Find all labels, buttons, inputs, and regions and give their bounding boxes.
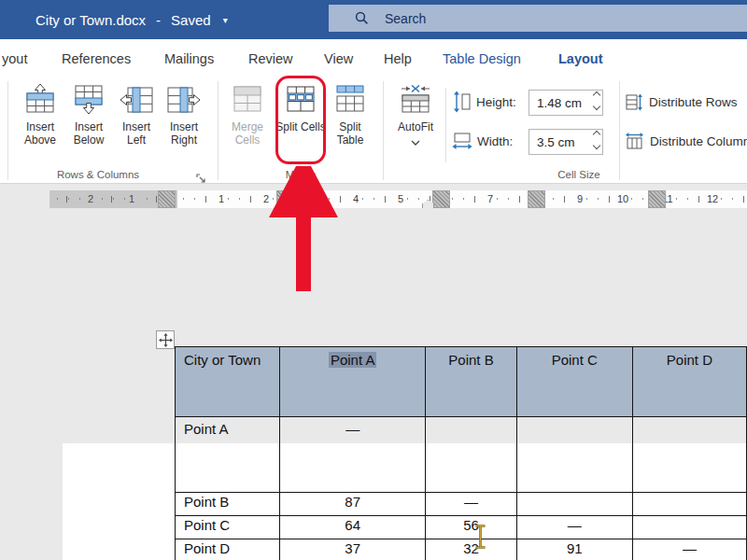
table-cell[interactable]: City or Town <box>176 347 280 417</box>
table-row[interactable]: Point D 37 32 91 — <box>176 539 747 560</box>
table-cell[interactable]: — <box>632 539 746 560</box>
merge-cells-label: Merge Cells <box>220 120 275 147</box>
search-placeholder: Search <box>385 11 426 26</box>
table-row[interactable]: Point B 87 — <box>176 493 747 516</box>
ruler-number: 2 <box>260 192 273 206</box>
height-label: Height: <box>476 95 516 109</box>
width-label: Width: <box>477 134 513 148</box>
split-table-button[interactable]: Split Table <box>326 83 374 147</box>
save-status-caret-icon[interactable]: ▾ <box>223 15 228 25</box>
save-status: Saved <box>171 12 211 28</box>
distribute-rows-button[interactable]: Distribute Rows <box>626 93 738 111</box>
group-separator <box>619 81 620 180</box>
height-increment-icon[interactable] <box>593 91 600 99</box>
table-cell[interactable]: — <box>516 516 632 539</box>
table-cell[interactable] <box>516 417 632 493</box>
ruler-number: 3 <box>304 192 317 206</box>
table-column-marker[interactable] <box>276 190 294 208</box>
split-cells-icon <box>284 83 317 115</box>
insert-right-button[interactable]: Insert Right <box>160 83 208 147</box>
tab-help[interactable]: Help <box>384 39 412 78</box>
width-input[interactable]: 3.5 cm <box>529 129 603 155</box>
rows-columns-dialog-launcher[interactable] <box>196 171 206 188</box>
table-cell[interactable]: — <box>280 417 426 493</box>
table-cell[interactable]: Point B <box>176 493 280 516</box>
width-decrement-icon[interactable] <box>593 142 600 149</box>
document-title-group[interactable]: City or Town.docx - Saved ▾ <box>35 0 228 39</box>
merge-cells-icon <box>231 83 264 115</box>
rows-columns-group-label: Rows & Columns <box>28 169 168 180</box>
width-value: 3.5 cm <box>537 135 575 149</box>
table-cell[interactable]: Point C <box>176 516 280 539</box>
search-icon <box>355 11 369 25</box>
table-cell[interactable]: 87 <box>280 493 426 516</box>
tab-references[interactable]: References <box>62 39 131 78</box>
table-cell[interactable] <box>632 493 746 516</box>
table-move-handle[interactable] <box>156 330 175 349</box>
table-cell[interactable] <box>632 516 746 539</box>
selected-text[interactable]: Point A <box>329 352 377 368</box>
split-table-icon <box>333 83 367 115</box>
insert-below-button[interactable]: Insert Below <box>64 83 113 147</box>
insert-right-label: Insert Right <box>160 120 208 147</box>
title-dash: - <box>156 12 161 28</box>
title-bar: City or Town.docx - Saved ▾ Search <box>0 0 747 39</box>
width-row: Width: <box>452 131 513 151</box>
distribute-columns-icon <box>626 133 643 149</box>
height-input[interactable]: 1.48 cm <box>529 90 603 116</box>
height-value: 1.48 cm <box>537 96 582 110</box>
distribute-columns-button[interactable]: Distribute Columns <box>626 133 747 149</box>
table-cell[interactable]: 91 <box>516 539 632 560</box>
table-cell[interactable]: Point A <box>176 417 280 493</box>
tab-review[interactable]: Review <box>248 39 293 78</box>
table-column-marker[interactable] <box>432 190 450 208</box>
table-header-row[interactable]: City or Town Point A Point B Point C Poi… <box>176 347 747 417</box>
table-column-marker[interactable] <box>528 190 545 208</box>
ruler-number: 2 <box>84 192 97 206</box>
tab-view[interactable]: View <box>324 39 353 78</box>
insert-above-label: Insert Above <box>16 120 64 147</box>
insert-left-button[interactable]: Insert Left <box>113 83 160 147</box>
insert-left-icon <box>120 83 153 115</box>
table-cell[interactable]: 32 <box>426 539 516 560</box>
insert-below-label: Insert Below <box>64 120 113 147</box>
tab-table-design[interactable]: Table Design <box>443 39 521 78</box>
table-cell[interactable]: Point A <box>280 347 426 417</box>
ruler-number: 7 <box>484 192 497 206</box>
ruler-number: 5 <box>394 192 407 206</box>
row-height-icon <box>452 91 472 113</box>
insert-above-button[interactable]: Insert Above <box>16 83 64 147</box>
table-cell[interactable]: 37 <box>280 539 426 560</box>
ruler-number: 4 <box>349 192 362 206</box>
table-cell[interactable]: — <box>426 493 516 516</box>
table-cell[interactable]: Point B <box>426 347 516 417</box>
group-separator <box>383 81 384 180</box>
autofit-button[interactable]: AutoFit <box>390 83 441 148</box>
cell-size-group-label: Cell Size <box>542 169 616 180</box>
distance-table[interactable]: City or Town Point A Point B Point C Poi… <box>175 346 747 560</box>
tab-mailings[interactable]: Mailings <box>164 39 214 78</box>
table-cell[interactable]: 56 <box>426 516 516 539</box>
table-cell[interactable]: Point C <box>516 347 632 417</box>
table-cell[interactable]: Point D <box>176 539 280 560</box>
distribute-rows-icon <box>626 93 642 111</box>
table-cell[interactable]: Point D <box>632 347 746 417</box>
table-row[interactable]: Point C 64 56 — <box>176 516 747 539</box>
insert-below-icon <box>72 83 106 115</box>
table-cell[interactable] <box>426 417 516 493</box>
height-decrement-icon[interactable] <box>593 103 600 110</box>
table-cell[interactable]: 64 <box>280 516 426 539</box>
table-column-marker[interactable] <box>158 190 176 208</box>
table-cell[interactable] <box>516 493 632 516</box>
distribute-columns-label: Distribute Columns <box>650 134 747 148</box>
ruler-number: 12 <box>706 192 719 206</box>
tab-layout-partial[interactable]: yout <box>2 39 27 78</box>
table-row[interactable]: Point A — <box>176 417 747 493</box>
width-increment-icon[interactable] <box>593 131 600 138</box>
table-cell[interactable] <box>632 417 746 493</box>
merge-cells-button: Merge Cells <box>220 83 275 147</box>
search-input[interactable]: Search <box>329 5 747 32</box>
split-cells-button[interactable]: Split Cells <box>275 83 326 133</box>
tab-table-layout[interactable]: Layout <box>558 39 603 78</box>
table-column-marker[interactable] <box>648 190 666 208</box>
